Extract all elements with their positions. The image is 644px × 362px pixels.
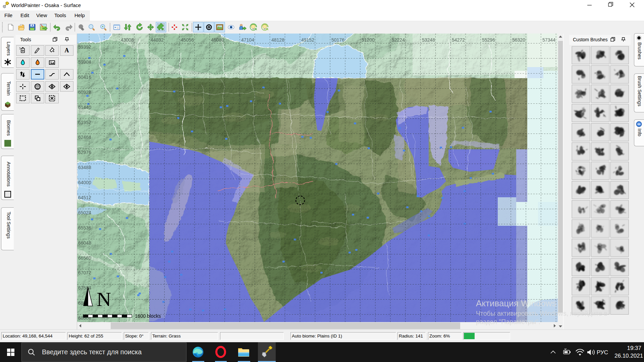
svg-text:53248: 53248 (422, 37, 435, 43)
svg-text:A: A (64, 47, 69, 54)
svg-text:64000: 64000 (78, 180, 91, 185)
svg-text:46080: 46080 (211, 37, 224, 43)
svg-text:45056: 45056 (181, 37, 194, 43)
svg-text:N: N (97, 288, 111, 310)
svg-text:67072: 67072 (78, 270, 91, 275)
svg-text:50176: 50176 (331, 37, 344, 43)
svg-text:65536: 65536 (78, 225, 91, 230)
svg-text:65024: 65024 (78, 210, 91, 215)
svg-text:57344: 57344 (542, 37, 555, 43)
svg-text:1600 blocks: 1600 blocks (135, 313, 161, 319)
svg-text:59904: 59904 (78, 59, 91, 65)
svg-text:44032: 44032 (151, 37, 164, 43)
svg-text:60928: 60928 (78, 90, 91, 95)
svg-text:56320: 56320 (512, 37, 525, 43)
svg-text:66560: 66560 (78, 255, 91, 261)
svg-text:61440: 61440 (78, 105, 91, 110)
svg-text:62976: 62976 (78, 150, 91, 155)
svg-text:47104: 47104 (241, 37, 254, 43)
svg-text:63488: 63488 (78, 165, 91, 170)
svg-text:55296: 55296 (482, 37, 495, 43)
svg-text:60416: 60416 (78, 74, 91, 80)
svg-text:61952: 61952 (78, 120, 91, 125)
svg-text:49152: 49152 (301, 37, 314, 43)
svg-text:51200: 51200 (362, 37, 375, 43)
svg-text:52224: 52224 (392, 37, 405, 43)
svg-text:48128: 48128 (271, 37, 284, 43)
svg-text:66048: 66048 (78, 240, 91, 246)
svg-text:67584: 67584 (78, 285, 91, 291)
svg-text:64512: 64512 (78, 195, 91, 200)
svg-text:54272: 54272 (452, 37, 465, 43)
svg-text:43008: 43008 (121, 37, 134, 43)
svg-text:62464: 62464 (78, 135, 91, 140)
svg-text:59392: 59392 (78, 44, 91, 50)
